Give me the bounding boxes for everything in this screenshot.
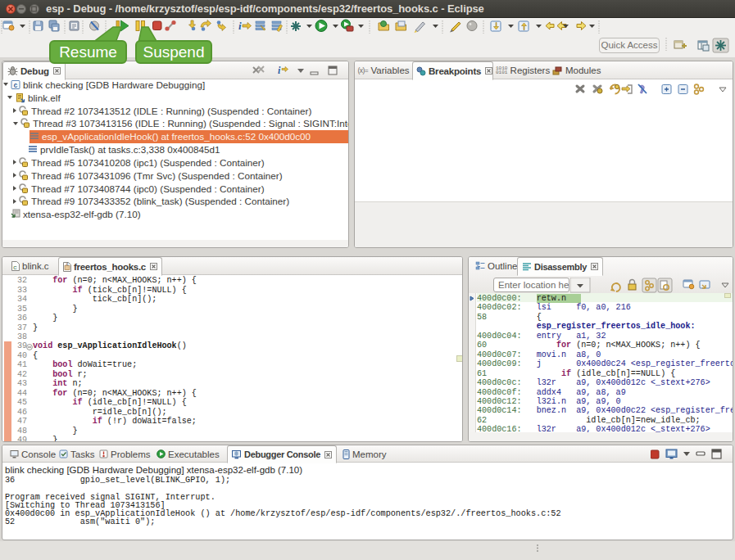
svg-text:i: i: [238, 20, 242, 32]
svg-text:i: i: [278, 65, 281, 76]
svg-text:c: c: [13, 82, 17, 90]
svg-text:c: c: [13, 264, 17, 271]
